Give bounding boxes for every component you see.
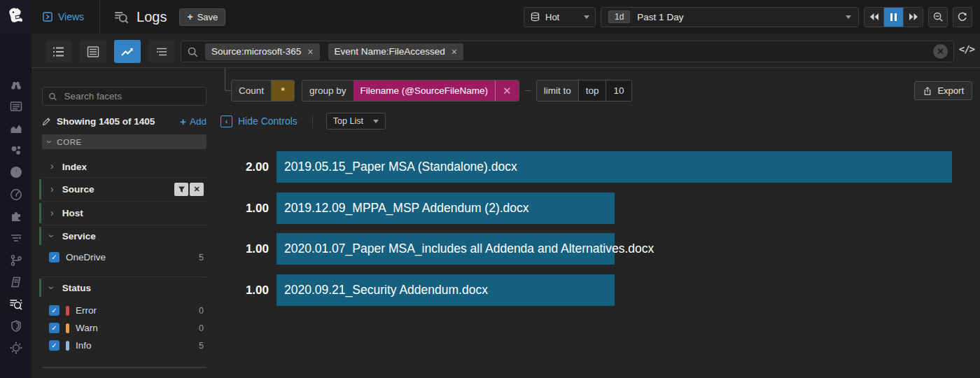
- logs-search-icon[interactable]: [0, 295, 31, 313]
- views-button[interactable]: Views: [42, 11, 84, 22]
- refresh-icon: [957, 11, 968, 22]
- limit-value[interactable]: 10: [606, 80, 631, 101]
- refresh-button[interactable]: [953, 7, 972, 27]
- cluster-dots-icon[interactable]: [0, 141, 31, 160]
- plus-icon: +: [180, 115, 186, 127]
- area-chart-icon[interactable]: [0, 120, 31, 138]
- facet-checkbox[interactable]: ✓: [49, 252, 59, 262]
- card-list-icon[interactable]: [0, 97, 31, 115]
- log-explorer-app: Views Logs + Save: [0, 0, 980, 378]
- facet-value-label[interactable]: Warn: [76, 323, 98, 333]
- grouped-list-icon: [155, 46, 169, 58]
- toplist-bar[interactable]: 2019.12.09_MPPA_MSP Addendum (2).docx: [276, 192, 615, 224]
- bar-track: 2020.01.07_Paper MSA_includes all Addend…: [276, 233, 952, 265]
- facet-value-label[interactable]: OneDrive: [66, 252, 106, 262]
- puzzle-piece-icon[interactable]: [0, 207, 31, 225]
- facet-value-label[interactable]: Error: [76, 305, 97, 316]
- time-range-selector[interactable]: 1d Past 1 Day: [601, 7, 859, 27]
- aggregation-controls: Count * group by Filename (@SourceFileNa…: [231, 80, 632, 102]
- facet-search-input[interactable]: [62, 90, 200, 102]
- facet-group-host[interactable]: › Host: [42, 202, 206, 225]
- list-view-toggle[interactable]: [46, 40, 72, 63]
- remove-filter-icon[interactable]: ✕: [190, 183, 204, 196]
- facet-group-index[interactable]: › Index: [42, 156, 206, 177]
- search-input[interactable]: Source:microsoft-365×Event Name:FileAcce…: [181, 41, 954, 62]
- core-section-label: CORE: [57, 138, 82, 146]
- clear-query-button[interactable]: ✕: [933, 44, 948, 59]
- hide-controls-button[interactable]: ‹ Hide Controls: [220, 115, 298, 127]
- toplist-bar[interactable]: 2019.05.15_Paper MSA (Standalone).docx: [276, 151, 952, 183]
- filter-chip-list: Source:microsoft-365×Event Name:FileAcce…: [205, 43, 463, 60]
- gauge-icon[interactable]: [0, 186, 31, 204]
- shield-icon[interactable]: [0, 317, 31, 335]
- facet-checkbox[interactable]: ✓: [49, 323, 59, 333]
- alert-circle-icon[interactable]: [0, 163, 31, 181]
- chevron-right-icon: ›: [50, 161, 54, 171]
- toplist-bar[interactable]: 2020.01.07_Paper MSA_includes all Addend…: [276, 233, 615, 265]
- facet-value-label[interactable]: Info: [76, 340, 92, 351]
- facet-group-service[interactable]: › Service: [42, 225, 206, 246]
- network-icon[interactable]: [0, 339, 31, 357]
- facet-active-strip: [39, 279, 41, 297]
- count-control[interactable]: Count *: [231, 80, 295, 102]
- chip-remove-icon[interactable]: ×: [307, 46, 313, 57]
- search-filter-chip[interactable]: Source:microsoft-365×: [205, 43, 320, 60]
- facet-group-label: Index: [62, 162, 87, 172]
- visualization-type-selector[interactable]: Top List: [326, 113, 386, 130]
- toplist-bar[interactable]: 2020.09.21_Security Addendum.docx: [276, 274, 615, 306]
- pencil-icon[interactable]: [42, 117, 51, 126]
- facet-group-source[interactable]: › Source ✕: [42, 178, 206, 201]
- rewind-icon: [869, 13, 879, 21]
- group-by-control[interactable]: group by Filename (@SourceFileName) ✕: [302, 80, 519, 102]
- service-facet-values: ✓OneDrive5: [42, 248, 206, 266]
- chevron-right-icon: ›: [50, 184, 54, 194]
- pause-button[interactable]: [884, 8, 904, 27]
- retention-selector[interactable]: Hot: [524, 7, 596, 27]
- export-button[interactable]: Export: [914, 81, 972, 100]
- fast-forward-button[interactable]: [904, 8, 923, 27]
- facet-checkbox[interactable]: ✓: [49, 340, 59, 351]
- detail-view-toggle[interactable]: [80, 40, 106, 63]
- facet-group-status[interactable]: › Status: [42, 277, 206, 298]
- limit-control[interactable]: limit to top 10: [536, 80, 632, 102]
- code-view-button[interactable]: </>: [959, 43, 974, 55]
- add-facet-button[interactable]: + Add: [180, 115, 206, 127]
- facets-panel: Showing 1405 of 1405 + Add › CORE › Inde…: [31, 68, 217, 378]
- grouped-view-toggle[interactable]: [148, 40, 175, 63]
- divider: [42, 367, 206, 368]
- group-by-label[interactable]: group by: [302, 80, 354, 101]
- facet-value-row: ✓Warn0: [42, 319, 206, 337]
- funnel-icon[interactable]: [174, 183, 188, 196]
- count-label[interactable]: Count: [232, 80, 271, 101]
- zoom-out-button[interactable]: [928, 7, 948, 27]
- limit-label: limit to: [537, 80, 578, 101]
- hide-controls-label: Hide Controls: [238, 115, 298, 127]
- rewind-button[interactable]: [864, 8, 884, 27]
- top-bar: Views Logs + Save: [0, 0, 980, 34]
- facet-active-strip: [39, 179, 41, 200]
- search-filter-chip[interactable]: Event Name:FileAccessed×: [328, 43, 464, 60]
- chart-view-toggle[interactable]: [114, 40, 141, 63]
- fast-forward-icon: [909, 13, 918, 21]
- time-shortcut-badge: 1d: [608, 10, 630, 23]
- facet-checkbox[interactable]: ✓: [49, 305, 59, 316]
- branch-icon[interactable]: [0, 251, 31, 270]
- chip-remove-icon[interactable]: ×: [451, 46, 457, 57]
- dog-logo-icon[interactable]: [0, 0, 31, 34]
- group-by-field-chip[interactable]: Filename (@SourceFileName): [354, 80, 496, 101]
- binoculars-icon[interactable]: [0, 76, 31, 94]
- core-section-header[interactable]: › CORE: [42, 134, 206, 149]
- count-argument[interactable]: *: [271, 80, 294, 101]
- notebook-icon[interactable]: [0, 273, 31, 291]
- limit-mode[interactable]: top: [578, 80, 606, 101]
- save-button[interactable]: + Save: [179, 8, 225, 26]
- pause-icon: [890, 13, 897, 21]
- facet-value-count: 0: [199, 306, 204, 316]
- filter-lines-icon[interactable]: [0, 229, 31, 247]
- pipeline-connector: [525, 90, 531, 91]
- left-nav-rail: [0, 34, 31, 378]
- visualization-toolbar: ‹ Hide Controls Top List: [220, 113, 386, 130]
- remove-group-by-icon[interactable]: ✕: [495, 80, 519, 101]
- facet-search-field[interactable]: [42, 87, 206, 106]
- chip-label: Event Name:FileAccessed: [335, 46, 445, 57]
